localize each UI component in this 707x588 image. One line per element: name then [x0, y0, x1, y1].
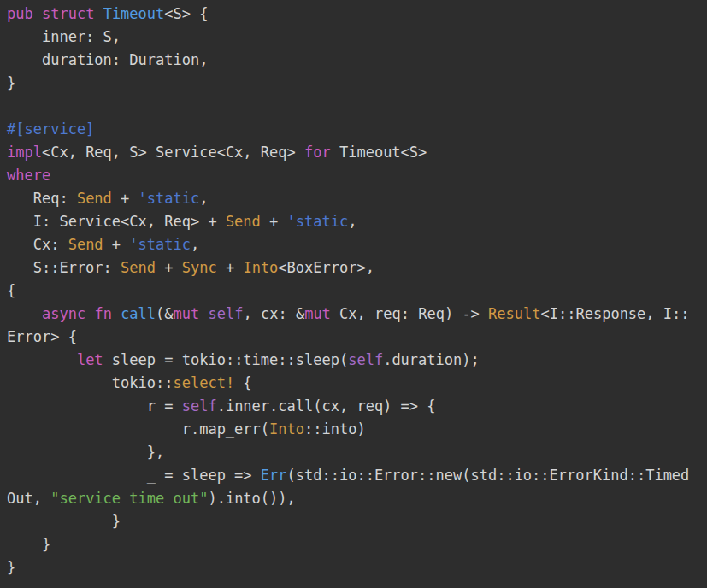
code-token: + — [217, 259, 244, 276]
code-token: (& — [156, 305, 173, 322]
code-token: r = — [7, 397, 182, 415]
code-editor[interactable]: pub struct Timeout<S> { inner: S, durati… — [0, 0, 707, 588]
code-token: + — [156, 259, 182, 276]
code-line: } — [7, 72, 707, 95]
code-token: S::Error: — [7, 259, 121, 276]
code-line: S::Error: Send + Sync + Into<BoxError>, — [7, 256, 707, 279]
code-line: Req: Send + 'static, — [7, 187, 707, 210]
code-token: self — [348, 351, 383, 368]
code-token: } — [7, 513, 121, 530]
code-token: Into — [269, 420, 304, 438]
code-token: <I::Response, I:: — [541, 305, 690, 322]
code-token: Timeout<S> — [331, 144, 427, 161]
code-token: self — [209, 305, 244, 322]
code-line: pub struct Timeout<S> { — [7, 3, 707, 26]
code-token: } — [7, 74, 15, 91]
code-token: Req: — [7, 190, 77, 207]
code-line: r = self.inner.call(cx, req) => { — [7, 395, 707, 418]
code-token: <S> { — [164, 5, 208, 22]
code-line: tokio::select! { — [7, 372, 707, 395]
code-token: Cx, req: Req) -> — [331, 305, 488, 322]
code-token: Cx: — [7, 236, 68, 253]
code-token: pub — [7, 5, 33, 22]
code-token: } — [7, 536, 50, 553]
code-token: tokio:: — [7, 374, 173, 391]
code-line: { — [7, 279, 707, 303]
code-token — [7, 351, 77, 368]
code-token: _ = sleep => — [7, 467, 261, 484]
code-token — [94, 5, 103, 22]
code-token: <BoxError>, — [278, 259, 374, 276]
code-token: "service time out" — [50, 490, 208, 507]
code-line: } — [7, 510, 707, 533]
code-token: async — [42, 305, 85, 322]
code-token: + — [103, 236, 130, 253]
code-token — [199, 305, 208, 322]
code-line: Cx: Send + 'static, — [7, 233, 707, 256]
code-token: select! — [173, 374, 234, 391]
code-token: Send — [77, 190, 112, 207]
code-line: inner: S, — [7, 26, 707, 49]
code-token: mut — [304, 305, 331, 322]
code-token — [7, 305, 42, 322]
code-token: .duration); — [383, 351, 480, 368]
code-token: for — [304, 144, 331, 161]
code-token: , cx: & — [243, 305, 304, 322]
code-token: Send — [226, 213, 261, 230]
code-line: #[service] — [7, 118, 707, 141]
code-line: I: Service<Cx, Req> + Send + 'static, — [7, 210, 707, 233]
code-line: Error> { — [7, 326, 707, 349]
code-token: , — [199, 190, 208, 207]
code-token: Into — [243, 259, 278, 276]
code-token: impl — [7, 144, 42, 161]
code-line: Out, "service time out").into()), — [7, 487, 707, 510]
code-token: , — [348, 213, 356, 230]
code-token: Sync — [182, 259, 217, 276]
code-token: self — [182, 397, 217, 415]
code-token — [112, 305, 121, 322]
code-line: }, — [7, 441, 707, 464]
code-line: duration: Duration, — [7, 49, 707, 72]
code-token: Err — [261, 467, 287, 484]
code-token: I: Service<Cx, Req> + — [7, 213, 226, 230]
code-line: impl<Cx, Req, S> Service<Cx, Req> for Ti… — [7, 141, 707, 164]
code-token: fn — [94, 305, 111, 322]
code-token: ::into) — [304, 420, 366, 438]
code-token: #[service] — [7, 121, 94, 138]
code-token: where — [7, 167, 50, 184]
code-token: + — [261, 213, 287, 230]
code-token: 'static — [129, 236, 191, 253]
code-line: _ = sleep => Err(std::io::Error::new(std… — [7, 464, 707, 487]
code-token: 'static — [138, 190, 200, 207]
code-line: async fn call(&mut self, cx: &mut Cx, re… — [7, 303, 707, 326]
code-token: .inner.call(cx, req) => { — [217, 397, 436, 415]
code-line: } — [7, 533, 707, 556]
code-content: pub struct Timeout<S> { inner: S, durati… — [0, 0, 707, 579]
code-line: where — [7, 164, 707, 187]
code-line: let sleep = tokio::time::sleep(self.dura… — [7, 349, 707, 372]
code-token — [85, 305, 94, 322]
code-token: }, — [7, 444, 164, 461]
code-line: r.map_err(Into::into) — [7, 418, 707, 441]
code-token: Send — [68, 236, 103, 253]
code-token: (std::io::Error::new(std::io::ErrorKind:… — [287, 467, 690, 484]
code-token: , — [191, 236, 199, 253]
code-token: Error> { — [7, 328, 77, 345]
code-token: Timeout — [103, 5, 165, 22]
code-token: Out, — [7, 490, 50, 507]
code-token: mut — [174, 305, 200, 322]
code-token: struct — [42, 5, 94, 22]
code-token: duration: Duration, — [7, 51, 208, 68]
code-token: sleep = tokio::time::sleep( — [103, 351, 349, 368]
code-line: } — [7, 556, 707, 579]
code-token: 'static — [287, 213, 349, 230]
code-line — [7, 95, 707, 118]
code-token: ).into()), — [208, 490, 295, 507]
code-token: r.map_err( — [7, 420, 269, 438]
code-token: } — [7, 559, 15, 576]
code-token: let — [77, 351, 103, 368]
code-token: Send — [121, 259, 156, 276]
code-token: { — [234, 374, 251, 391]
code-token: call — [121, 305, 156, 322]
code-token: <Cx, Req, S> Service<Cx, Req> — [42, 144, 304, 161]
